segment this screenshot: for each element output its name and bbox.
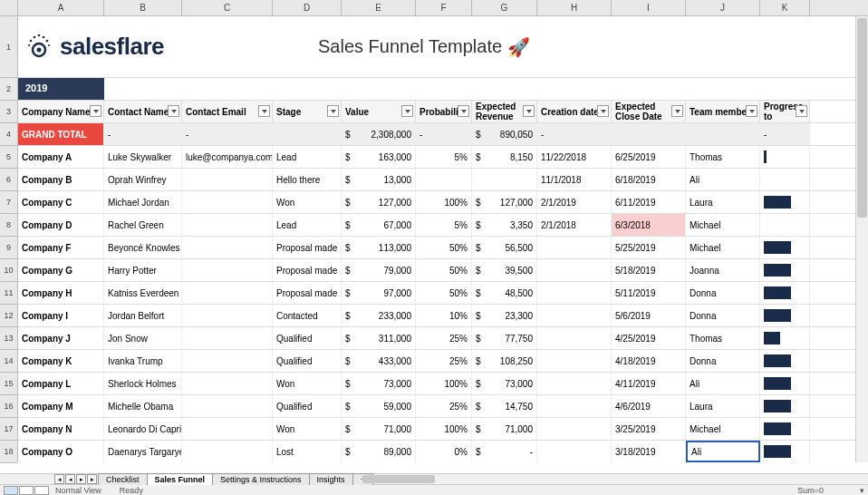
email-cell[interactable]: [182, 418, 273, 440]
contact-cell[interactable]: Daenarys Targaryen: [104, 441, 182, 462]
horizontal-scrollbar[interactable]: ◂ ◂ ▸ ▸ ChecklistSales FunnelSettings & …: [0, 473, 868, 484]
table-row[interactable]: Company GHarry PotterProposal made$79,00…: [18, 259, 868, 282]
expected-cell[interactable]: [472, 169, 537, 190]
header-contact-email[interactable]: Contact Email: [182, 101, 273, 122]
header-expected-close-date[interactable]: Expected Close Date: [612, 101, 686, 122]
close-date-cell[interactable]: 5/25/2019: [612, 237, 686, 258]
progress-cell[interactable]: [760, 327, 810, 349]
email-cell[interactable]: [182, 395, 273, 417]
col-header-I[interactable]: I: [612, 0, 686, 15]
probability-cell[interactable]: 50%: [416, 259, 472, 281]
row-header-17[interactable]: 17: [0, 418, 17, 441]
progress-cell[interactable]: [760, 214, 810, 236]
close-date-cell[interactable]: 6/25/2019: [612, 146, 686, 168]
row-header-5[interactable]: 5: [0, 146, 17, 169]
row-header-13[interactable]: 13: [0, 327, 17, 350]
company-cell[interactable]: Company D: [18, 214, 104, 236]
table-row[interactable]: Company JJon SnowQualified$311,00025%$77…: [18, 327, 868, 350]
stage-cell[interactable]: Contacted: [273, 305, 342, 326]
sheet-tab-sales-funnel[interactable]: Sales Funnel: [147, 473, 214, 485]
value-cell[interactable]: $311,000: [342, 327, 416, 349]
probability-cell[interactable]: 25%: [416, 350, 472, 372]
row-header-11[interactable]: 11: [0, 282, 17, 305]
progress-cell[interactable]: [760, 237, 810, 258]
member-cell[interactable]: Laura: [686, 191, 760, 213]
sheet-tab-settings-&-instructions[interactable]: Settings & Instructions: [212, 473, 310, 485]
row-header-15[interactable]: 15: [0, 373, 17, 395]
row-header-7[interactable]: 7: [0, 191, 17, 214]
progress-cell[interactable]: [760, 395, 810, 417]
stage-cell[interactable]: Proposal made: [273, 237, 342, 258]
value-cell[interactable]: $97,000: [342, 282, 416, 304]
expected-cell[interactable]: $77,750: [472, 327, 537, 349]
created-cell[interactable]: [537, 441, 612, 462]
close-date-cell[interactable]: 4/18/2019: [612, 350, 686, 372]
table-row[interactable]: Company NLeonardo Di CaprioWon$71,000100…: [18, 418, 868, 441]
stage-cell[interactable]: Proposal made: [273, 282, 342, 304]
header-contact-name[interactable]: Contact Name: [104, 101, 182, 122]
member-cell[interactable]: Michael: [686, 237, 760, 258]
stage-cell[interactable]: Qualified: [273, 395, 342, 417]
probability-cell[interactable]: 5%: [416, 146, 472, 168]
contact-cell[interactable]: Jordan Belfort: [104, 305, 182, 326]
company-cell[interactable]: Company M: [18, 395, 104, 417]
member-cell[interactable]: Thomas: [686, 327, 760, 349]
table-row[interactable]: Company FBeyoncé KnowlesProposal made$11…: [18, 237, 868, 259]
row-header-3[interactable]: 3: [0, 101, 17, 123]
col-header-A[interactable]: A: [18, 0, 104, 15]
header-team-member[interactable]: Team member: [686, 101, 760, 122]
filter-button[interactable]: [401, 105, 413, 117]
expected-cell[interactable]: $73,000: [472, 373, 537, 394]
expected-cell[interactable]: $127,000: [472, 191, 537, 213]
value-cell[interactable]: $59,000: [342, 395, 416, 417]
member-cell[interactable]: Ali: [686, 441, 760, 462]
stage-cell[interactable]: Qualified: [273, 350, 342, 372]
stage-cell[interactable]: Lead: [273, 146, 342, 168]
contact-cell[interactable]: Harry Potter: [104, 259, 182, 281]
email-cell[interactable]: [182, 305, 273, 326]
tab-nav-last[interactable]: ▸: [87, 474, 97, 484]
probability-cell[interactable]: 100%: [416, 373, 472, 394]
row-header-12[interactable]: 12: [0, 305, 17, 327]
probability-cell[interactable]: 5%: [416, 214, 472, 236]
company-cell[interactable]: Company L: [18, 373, 104, 394]
col-header-B[interactable]: B: [104, 0, 182, 15]
value-cell[interactable]: $71,000: [342, 418, 416, 440]
expected-cell[interactable]: $48,500: [472, 282, 537, 304]
contact-cell[interactable]: Jon Snow: [104, 327, 182, 349]
company-cell[interactable]: Company N: [18, 418, 104, 440]
filter-button[interactable]: [746, 105, 757, 117]
created-cell[interactable]: 11/22/2018: [537, 146, 612, 168]
spreadsheet-grid[interactable]: salesflare Sales Funnel Template🚀 2019 C…: [18, 16, 868, 462]
member-cell[interactable]: Laura: [686, 395, 760, 417]
email-cell[interactable]: [182, 441, 273, 462]
value-cell[interactable]: $163,000: [342, 146, 416, 168]
header-company-name[interactable]: Company Name: [18, 101, 104, 122]
view-page-button[interactable]: [34, 486, 49, 495]
row-header-6[interactable]: 6: [0, 169, 17, 191]
row-header-4[interactable]: 4: [0, 123, 17, 146]
member-cell[interactable]: Donna: [686, 282, 760, 304]
table-row[interactable]: Company DRachel GreenLead$67,0005%$3,350…: [18, 214, 868, 237]
created-cell[interactable]: [537, 395, 612, 417]
member-cell[interactable]: Michael: [686, 214, 760, 236]
close-date-cell[interactable]: 6/18/2019: [612, 169, 686, 190]
table-row[interactable]: Company IJordan BelfortContacted$233,000…: [18, 305, 868, 327]
row-header-2[interactable]: 2: [0, 78, 17, 101]
header-creation-date[interactable]: Creation date: [537, 101, 612, 122]
value-cell[interactable]: $127,000: [342, 191, 416, 213]
email-cell[interactable]: [182, 327, 273, 349]
contact-cell[interactable]: Oprah Winfrey: [104, 169, 182, 190]
probability-cell[interactable]: [416, 169, 472, 190]
table-row[interactable]: Company ALuke Skywalkerluke@companya.com…: [18, 146, 868, 169]
progress-cell[interactable]: [760, 259, 810, 281]
row-header-16[interactable]: 16: [0, 395, 17, 418]
row-header-8[interactable]: 8: [0, 214, 17, 237]
value-cell[interactable]: $433,000: [342, 350, 416, 372]
progress-cell[interactable]: [760, 373, 810, 394]
expected-cell[interactable]: $108,250: [472, 350, 537, 372]
row-header-18[interactable]: 18: [0, 441, 17, 463]
close-date-cell[interactable]: 5/11/2019: [612, 282, 686, 304]
filter-button[interactable]: [458, 105, 469, 117]
col-header-D[interactable]: D: [273, 0, 342, 15]
